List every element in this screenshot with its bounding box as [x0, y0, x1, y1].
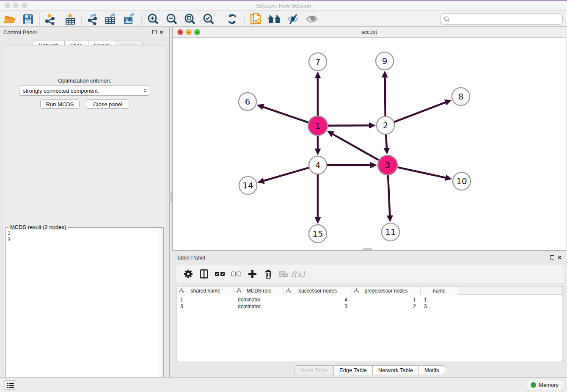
function-builder-icon[interactable]: f(x)	[292, 268, 304, 280]
tab-motifs[interactable]: Motifs	[419, 365, 445, 375]
toolbar-separator	[221, 13, 221, 25]
graph-edge-2-8[interactable]	[394, 102, 447, 122]
optimization-criterion-label: Optimization criterion:	[3, 77, 166, 84]
task-history-button[interactable]	[5, 380, 16, 390]
float-table-panel-icon[interactable]	[550, 255, 554, 259]
graph-node-label: 3	[385, 160, 391, 170]
zoom-selected-icon[interactable]	[202, 13, 215, 25]
graph-edge-arrowhead	[315, 217, 321, 224]
column-header-mcds-role[interactable]: MCDS role	[234, 287, 284, 295]
cell-successor-nodes: 3	[284, 303, 347, 310]
zoom-fit-icon[interactable]	[183, 13, 197, 25]
cell-name: 1	[424, 296, 458, 303]
result-scrollbar[interactable]	[159, 228, 163, 389]
deselect-all-checkboxes-icon[interactable]	[230, 268, 242, 280]
delete-table-icon[interactable]	[277, 268, 290, 280]
graph-node-label: 7	[315, 57, 321, 67]
graph-node-label: 8	[458, 91, 464, 102]
tree-icon	[237, 288, 241, 293]
first-neighbors-icon[interactable]	[267, 13, 281, 25]
column-header-predecessor-nodes[interactable]: predecessor nodes	[352, 287, 421, 295]
graph-edge-3-1[interactable]	[332, 134, 379, 160]
column-header-shared-name[interactable]: shared name	[177, 287, 234, 295]
graph-node-label: 11	[385, 227, 396, 237]
table-row[interactable]: 3 dominator 3 2 3	[177, 303, 562, 310]
table-row[interactable]: 1 dominator 4 1 1	[177, 296, 562, 303]
canvas-horizontal-scrollbar[interactable]	[363, 248, 372, 250]
graph-edge-3-11[interactable]	[388, 175, 390, 217]
gear-icon[interactable]	[182, 268, 195, 280]
zoom-out-icon[interactable]	[165, 13, 179, 25]
import-table-icon[interactable]	[63, 13, 77, 25]
float-panel-icon[interactable]	[152, 30, 157, 34]
graph-node-label: 10	[456, 176, 467, 186]
select-all-checkboxes-icon[interactable]	[214, 268, 226, 280]
toolbar-separator	[39, 13, 40, 25]
tab-node-table[interactable]: Node Table	[294, 365, 334, 375]
cell-successor-nodes: 4	[284, 296, 347, 303]
mcds-result-label: MCDS result (2 nodes)	[8, 224, 68, 230]
cell-predecessor-nodes: 1	[352, 296, 416, 303]
tab-network-table[interactable]: Network Table	[373, 365, 419, 375]
network-canvas[interactable]: 7968124314101511	[173, 38, 566, 250]
close-table-panel-icon[interactable]: ×	[558, 254, 561, 261]
mcds-result-item: 3	[8, 236, 11, 243]
close-panel-icon[interactable]: ×	[160, 28, 163, 36]
tree-icon	[286, 288, 291, 293]
add-row-icon[interactable]	[246, 268, 259, 280]
graph-edge-4-14[interactable]	[263, 168, 309, 181]
mcds-result-list: 1 3	[8, 229, 11, 243]
open-file-icon[interactable]	[3, 13, 17, 25]
graph-edge-1-2[interactable]	[328, 125, 370, 126]
tree-icon	[179, 288, 184, 293]
status-bar: Memory	[0, 377, 567, 392]
delete-row-icon[interactable]	[262, 268, 275, 280]
graph-node-label: 2	[383, 120, 388, 130]
network-window-title: scc.txt	[173, 29, 566, 35]
graph-edge-1-6[interactable]	[262, 107, 308, 123]
split-divider-grip[interactable]	[169, 192, 172, 202]
criterion-dropdown[interactable]: strongly connected component ▲▼	[19, 86, 150, 96]
table-header: shared name MCDS role successor nodes pr…	[177, 287, 562, 295]
column-header-successor-nodes[interactable]: successor nodes	[284, 287, 352, 295]
new-network-from-selection-icon[interactable]	[249, 13, 262, 25]
export-table-icon[interactable]	[104, 13, 118, 25]
graph-edge-arrowhead	[383, 148, 390, 155]
mcds-tab-content: Optimization criterion: strongly connect…	[3, 45, 167, 375]
search-box[interactable]	[440, 13, 563, 25]
columns-icon[interactable]	[198, 268, 210, 280]
network-graph: 7968124314101511	[173, 38, 566, 250]
graph-edge-3-10[interactable]	[397, 167, 446, 178]
network-window-titlebar: × − + scc.txt	[173, 27, 566, 38]
run-mcds-button[interactable]: Run MCDS	[40, 99, 80, 109]
graph-edge-2-9[interactable]	[385, 76, 385, 116]
show-all-icon[interactable]	[305, 13, 319, 25]
graph-edge-arrowhead	[315, 149, 321, 155]
column-header-name[interactable]: name	[421, 287, 458, 295]
tab-edge-table[interactable]: Edge Table	[334, 365, 373, 375]
search-icon	[444, 16, 450, 22]
mcds-result-item: 1	[8, 229, 11, 236]
cell-shared-name: 3	[180, 303, 231, 310]
import-network-icon[interactable]	[44, 13, 57, 25]
search-input[interactable]	[452, 16, 562, 22]
graph-node-label: 1	[315, 121, 321, 131]
graph-edge-arrowhead	[257, 104, 264, 110]
export-network-icon[interactable]	[86, 13, 99, 25]
refresh-view-icon[interactable]	[226, 13, 239, 25]
save-session-icon[interactable]	[21, 13, 35, 25]
graph-node-label: 6	[245, 97, 250, 107]
table-tabs: Node Table Edge Table Network Table Moti…	[172, 365, 567, 375]
hide-selected-icon[interactable]	[286, 13, 300, 25]
export-image-icon[interactable]	[123, 13, 136, 25]
memory-button[interactable]: Memory	[527, 380, 563, 390]
network-view-window: × − + scc.txt 7968124314101511	[172, 27, 566, 251]
cell-name: 3	[424, 303, 458, 310]
table-panel: Table Panel ×	[172, 252, 567, 377]
graph-edge-2-3[interactable]	[386, 135, 387, 149]
zoom-in-icon[interactable]	[146, 13, 160, 25]
toolbar-separator	[141, 13, 142, 25]
close-panel-button[interactable]: Close panel	[86, 99, 129, 109]
memory-status-icon	[531, 382, 536, 388]
table-panel-title: Table Panel	[176, 254, 205, 261]
